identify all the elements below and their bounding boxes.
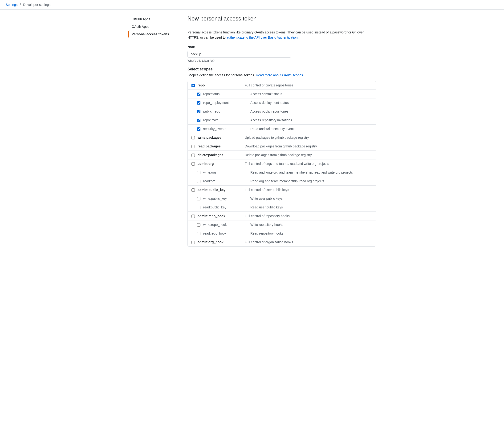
scope-row-write-repo-hook: write:repo_hook Write repository hooks: [188, 220, 376, 229]
scope-row-delete-packages: delete:packages Delete packages from git…: [188, 151, 376, 160]
scope-row-public-repo: public_repo Access public repositories: [188, 107, 376, 116]
scope-checkbox-repo-invite[interactable]: [197, 119, 200, 122]
scope-checkbox-read-public-key[interactable]: [197, 206, 200, 209]
note-input[interactable]: [187, 51, 291, 58]
scope-checkbox-admin-org[interactable]: [192, 162, 195, 166]
scope-name-write-repo-hook: write:repo_hook: [203, 223, 250, 227]
scope-checkbox-write-repo-hook[interactable]: [197, 223, 200, 227]
scope-checkbox-delete-packages[interactable]: [192, 154, 195, 157]
scope-row-repo: repo Full control of private repositorie…: [188, 81, 376, 90]
scope-desc-write-packages: Upload packages to github package regist…: [245, 136, 372, 139]
scope-name-repo-invite: repo:invite: [203, 118, 250, 122]
scope-row-security-events: security_events Read and write security …: [188, 125, 376, 133]
scope-name-public-repo: public_repo: [203, 109, 250, 113]
scopes-description: Scopes define the access for personal to…: [187, 73, 376, 77]
note-form-group: Note What's this token for?: [187, 45, 376, 62]
scope-desc-read-packages: Download packages from github package re…: [245, 144, 372, 148]
scope-desc-admin-org: Full control of orgs and teams, read and…: [245, 162, 372, 166]
scope-name-read-org: read:org: [203, 179, 250, 183]
scope-desc-read-org: Read org and team membership, read org p…: [250, 179, 372, 183]
scope-desc-admin-repo-hook: Full control of repository hooks: [245, 214, 372, 218]
scope-row-read-repo-hook: read:repo_hook Read repository hooks: [188, 229, 376, 238]
scope-checkbox-write-packages[interactable]: [192, 136, 195, 139]
scope-name-write-public-key: write:public_key: [203, 197, 250, 200]
scope-desc-repo-invite: Access repository invitations: [250, 118, 372, 122]
scope-checkbox-repo[interactable]: [192, 84, 195, 87]
scope-desc-write-org: Read and write org and team membership, …: [250, 171, 372, 174]
scope-row-repo-status: repo:status Access commit status: [188, 90, 376, 98]
scope-checkbox-repo-status[interactable]: [197, 92, 200, 96]
scope-desc-repo-deployment: Access deployment status: [250, 101, 372, 105]
scope-row-admin-org: admin:org Full control of orgs and teams…: [188, 160, 376, 168]
oauth-scopes-link[interactable]: Read more about OAuth scopes.: [256, 73, 304, 77]
scope-name-admin-public-key: admin:public_key: [198, 188, 245, 192]
scope-row-admin-org-hook: admin:org_hook Full control of organizat…: [188, 238, 376, 246]
scope-name-admin-org: admin:org: [198, 162, 245, 166]
sidebar-item-github-apps[interactable]: GitHub Apps: [128, 15, 180, 23]
page-title: New personal access token: [187, 15, 376, 26]
scope-name-repo-deployment: repo_deployment: [203, 101, 250, 105]
sidebar-item-personal-access-tokens[interactable]: Personal access tokens: [128, 30, 180, 38]
scope-name-admin-org-hook: admin:org_hook: [198, 240, 245, 244]
scope-name-delete-packages: delete:packages: [198, 153, 245, 157]
breadcrumb-developer-settings: Developer settings: [23, 3, 50, 7]
scope-desc-admin-org-hook: Full control of organization hooks: [245, 240, 372, 244]
scope-desc-admin-public-key: Full control of user public keys: [245, 188, 372, 192]
scope-row-read-org: read:org Read org and team membership, r…: [188, 177, 376, 186]
scope-checkbox-read-repo-hook[interactable]: [197, 232, 200, 235]
scope-row-admin-public-key: admin:public_key Full control of user pu…: [188, 186, 376, 194]
scope-name-read-public-key: read:public_key: [203, 205, 250, 209]
scope-row-read-packages: read:packages Download packages from git…: [188, 142, 376, 151]
scope-row-write-org: write:org Read and write org and team me…: [188, 168, 376, 177]
scope-desc-repo-status: Access commit status: [250, 92, 372, 96]
scope-desc-read-public-key: Read user public keys: [250, 205, 372, 209]
scope-name-security-events: security_events: [203, 127, 250, 131]
scope-checkbox-write-org[interactable]: [197, 171, 200, 174]
main-content: New personal access token Personal acces…: [187, 15, 376, 247]
scope-desc-public-repo: Access public repositories: [250, 109, 372, 113]
note-label: Note: [187, 45, 376, 49]
scope-checkbox-read-packages[interactable]: [192, 145, 195, 148]
sidebar: GitHub Apps OAuth Apps Personal access t…: [128, 15, 180, 247]
scope-desc-delete-packages: Delete packages from github package regi…: [245, 153, 372, 157]
scope-name-repo-status: repo:status: [203, 92, 250, 96]
scopes-table: repo Full control of private repositorie…: [187, 81, 376, 247]
scopes-title: Select scopes: [187, 67, 376, 71]
scope-checkbox-security-events[interactable]: [197, 127, 200, 131]
scope-checkbox-admin-org-hook[interactable]: [192, 241, 195, 244]
scope-name-read-packages: read:packages: [198, 144, 245, 148]
scope-checkbox-repo-deployment[interactable]: [197, 101, 200, 105]
scope-row-write-packages: write:packages Upload packages to github…: [188, 133, 376, 142]
breadcrumb-settings-link[interactable]: Settings: [6, 3, 18, 7]
scope-desc-security-events: Read and write security events: [250, 127, 372, 131]
sidebar-item-oauth-apps[interactable]: OAuth Apps: [128, 23, 180, 30]
scope-name-admin-repo-hook: admin:repo_hook: [198, 214, 245, 218]
scope-name-read-repo-hook: read:repo_hook: [203, 232, 250, 235]
scope-name-write-org: write:org: [203, 171, 250, 174]
breadcrumb-separator: /: [20, 3, 21, 7]
scope-desc-write-repo-hook: Write repository hooks: [250, 223, 372, 227]
scope-name-write-packages: write:packages: [198, 136, 245, 139]
scope-desc-write-public-key: Write user public keys: [250, 197, 372, 200]
page-description: Personal access tokens function like ord…: [187, 30, 376, 40]
note-hint: What's this token for?: [187, 59, 376, 62]
page-layout: GitHub Apps OAuth Apps Personal access t…: [123, 15, 381, 247]
scope-desc-read-repo-hook: Read repository hooks: [250, 232, 372, 235]
scope-checkbox-write-public-key[interactable]: [197, 197, 200, 200]
scope-row-read-public-key: read:public_key Read user public keys: [188, 203, 376, 212]
scope-checkbox-admin-repo-hook[interactable]: [192, 215, 195, 218]
scope-name-repo: repo: [198, 83, 245, 87]
scope-desc-repo: Full control of private repositories: [245, 83, 372, 87]
scope-row-repo-invite: repo:invite Access repository invitation…: [188, 116, 376, 125]
scope-row-repo-deployment: repo_deployment Access deployment status: [188, 98, 376, 107]
scope-checkbox-read-org[interactable]: [197, 180, 200, 183]
api-auth-link[interactable]: authenticate to the API over Basic Authe…: [227, 36, 298, 39]
scope-row-write-public-key: write:public_key Write user public keys: [188, 194, 376, 203]
scope-row-admin-repo-hook: admin:repo_hook Full control of reposito…: [188, 212, 376, 220]
scope-checkbox-public-repo[interactable]: [197, 110, 200, 113]
scope-checkbox-admin-public-key[interactable]: [192, 188, 195, 192]
breadcrumb: Settings / Developer settings: [0, 0, 504, 10]
